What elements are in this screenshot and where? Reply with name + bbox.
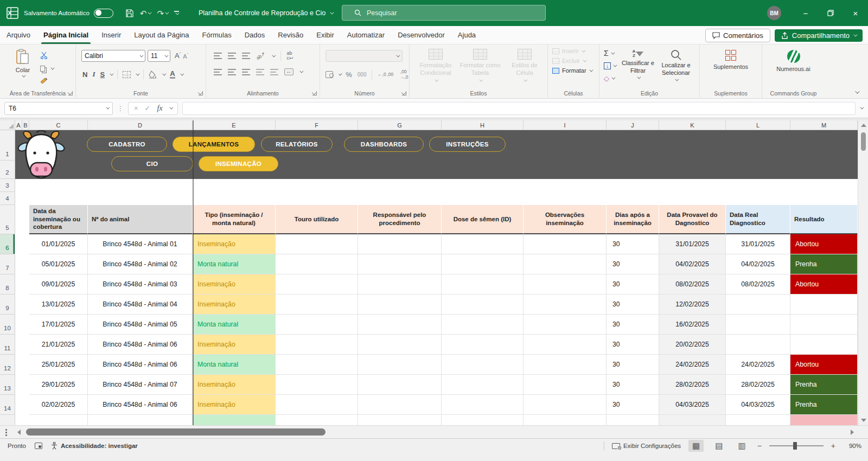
sheet-tab-resize-handle[interactable]: [5, 428, 7, 436]
cell-dias-apos[interactable]: 30: [607, 254, 659, 274]
cell-data-real[interactable]: [726, 415, 790, 425]
copy-button[interactable]: [40, 64, 53, 73]
cancel-entry-button[interactable]: ×: [134, 104, 138, 112]
cell-data-provavel[interactable]: 31/01/2025: [659, 234, 726, 254]
page-break-view-button[interactable]: ▥: [734, 440, 749, 452]
collapse-ribbon-button[interactable]: [855, 89, 859, 93]
accessibility-status[interactable]: Acessibilidade: investigar: [51, 442, 138, 450]
clear-button[interactable]: ◇: [604, 74, 619, 82]
addins-button[interactable]: Suplementos: [700, 44, 762, 70]
vertical-scrollbar[interactable]: [858, 120, 868, 425]
column-header-M[interactable]: M: [790, 120, 858, 130]
row-header-1[interactable]: 1: [0, 130, 15, 161]
nav-button-dashboards[interactable]: DASHBOARDS: [344, 137, 424, 152]
customize-quick-access-button[interactable]: [172, 9, 181, 17]
cell-touro[interactable]: [276, 395, 358, 415]
cell-resultado[interactable]: Abortou: [790, 355, 858, 375]
cell-tipo[interactable]: Inseminação: [193, 294, 276, 315]
autosave-toggle[interactable]: [94, 9, 113, 18]
align-top-button[interactable]: [214, 53, 222, 59]
cell-tipo[interactable]: Inseminação: [193, 335, 276, 355]
cell-data-real[interactable]: 28/02/2025: [726, 375, 790, 395]
nav-button-inseminacao[interactable]: INSEMINAÇÃO: [199, 156, 278, 171]
tab-formulas[interactable]: Fórmulas: [196, 27, 238, 44]
cell-data-provavel[interactable]: 12/02/2025: [659, 294, 726, 315]
cell-dias-apos[interactable]: 30: [607, 335, 659, 355]
cell-resultado[interactable]: Prenha: [790, 395, 858, 415]
scroll-left-arrow[interactable]: [17, 430, 21, 435]
cell-data-inseminacao[interactable]: 05/01/2025: [29, 254, 88, 274]
italic-button[interactable]: I: [92, 70, 95, 79]
cell-dose-semen[interactable]: [442, 395, 524, 415]
cell-data-inseminacao[interactable]: 01/01/2025: [29, 234, 88, 254]
zoom-slider-thumb[interactable]: [793, 442, 797, 450]
tab-pagina-inicial[interactable]: Página Inicial: [37, 27, 95, 44]
borders-button[interactable]: [123, 71, 131, 78]
header-observacoes[interactable]: Observações inseminação: [524, 205, 607, 234]
cell-dias-apos[interactable]: 30: [607, 355, 659, 375]
fill-button[interactable]: ↓: [604, 61, 619, 70]
share-button[interactable]: Compartilhamento: [775, 29, 863, 42]
cell-dias-apos[interactable]: 30: [607, 274, 659, 294]
row-header-5[interactable]: 5: [0, 205, 15, 234]
cell-numero-animal[interactable]: Brinco 4548d - Animal 06: [88, 355, 193, 375]
cell-dias-apos[interactable]: 30: [607, 315, 659, 335]
cell-data-real[interactable]: 04/02/2025: [726, 254, 790, 274]
cell-tipo[interactable]: Inseminação: [193, 375, 276, 395]
row-header-11[interactable]: 11: [0, 335, 15, 355]
nav-button-cio[interactable]: CIO: [111, 156, 193, 171]
row-header-12[interactable]: 12: [0, 355, 15, 375]
cell-responsavel[interactable]: [358, 234, 442, 254]
cell-tipo[interactable]: Inseminação: [193, 234, 276, 254]
header-data-real[interactable]: Data Real Diagnostico: [726, 205, 790, 234]
cell-resultado[interactable]: Prenha: [790, 254, 858, 274]
tab-revisao[interactable]: Revisão: [271, 27, 310, 44]
format-painter-button[interactable]: [40, 77, 53, 86]
cell-observacoes[interactable]: [524, 254, 607, 274]
font-size-select[interactable]: 11: [148, 50, 170, 62]
align-center-button[interactable]: [228, 69, 236, 75]
cell-dose-semen[interactable]: [442, 254, 524, 274]
cell-dose-semen[interactable]: [442, 415, 524, 425]
cell-tipo[interactable]: Monta natural: [193, 315, 276, 335]
cell-resultado[interactable]: Prenha: [790, 375, 858, 395]
header-data-provavel[interactable]: Data Provavel do Dagnostico: [659, 205, 726, 234]
cell-observacoes[interactable]: [524, 315, 607, 335]
page-layout-view-button[interactable]: ▤: [711, 440, 726, 452]
cell-responsavel[interactable]: [358, 254, 442, 274]
cell-data-inseminacao[interactable]: 09/01/2025: [29, 274, 88, 294]
cell-data-real[interactable]: 31/01/2025: [726, 234, 790, 254]
cell-data-provavel[interactable]: 24/02/2025: [659, 355, 726, 375]
cell-observacoes[interactable]: [524, 375, 607, 395]
cell-numero-animal[interactable]: Brinco 4548d - Animal 04: [88, 294, 193, 315]
undo-button[interactable]: ↶: [138, 8, 153, 19]
cell-tipo[interactable]: Monta natural: [193, 355, 276, 375]
tab-automatizar[interactable]: Automatizar: [341, 27, 391, 44]
column-header-C[interactable]: C: [29, 120, 88, 130]
comma-style-button[interactable]: 000: [358, 72, 367, 78]
cell-dias-apos[interactable]: 30: [607, 294, 659, 315]
document-title[interactable]: Planilha de Controle de Reprodução e Cio: [199, 9, 333, 17]
cell-data-inseminacao[interactable]: 25/01/2025: [29, 355, 88, 375]
cell-data-inseminacao[interactable]: 13/01/2025: [29, 294, 88, 315]
cell-observacoes[interactable]: [524, 335, 607, 355]
cell-touro[interactable]: [276, 415, 358, 425]
accounting-format-button[interactable]: [326, 71, 333, 78]
cell-tipo[interactable]: Inseminação: [193, 395, 276, 415]
cell-numero-animal[interactable]: Brinco 4548d - Animal 01: [88, 234, 193, 254]
cell-data-provavel[interactable]: 16/02/2025: [659, 315, 726, 335]
cell-responsavel[interactable]: [358, 415, 442, 425]
decrease-decimal-button[interactable]: ,00 →,0: [399, 69, 409, 80]
cell-resultado[interactable]: [790, 294, 858, 315]
cell-numero-animal[interactable]: Brinco 4548d - Animal 07: [88, 375, 193, 395]
column-header-G[interactable]: G: [358, 120, 442, 130]
nav-button-instrucoes[interactable]: INSTRUÇÕES: [429, 137, 506, 152]
percent-button[interactable]: %: [346, 71, 352, 79]
cell-responsavel[interactable]: [358, 335, 442, 355]
align-right-button[interactable]: [242, 69, 250, 75]
cell-observacoes[interactable]: [524, 415, 607, 425]
tab-arquivo[interactable]: Arquivo: [0, 27, 37, 44]
row-header-7[interactable]: 7: [0, 254, 15, 274]
grow-font-button[interactable]: Aˆ: [175, 52, 181, 60]
cell-responsavel[interactable]: [358, 395, 442, 415]
